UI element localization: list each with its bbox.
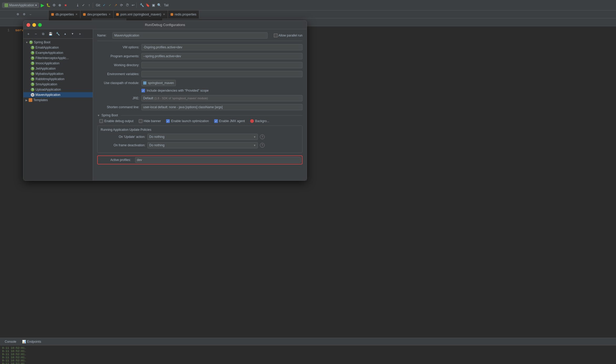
wrench-config-btn[interactable]: 🔧 (54, 30, 61, 37)
run-button[interactable]: ▶ (40, 3, 45, 8)
tree-email-app[interactable]: 🍃 EmailApplication (23, 45, 93, 50)
profile-button[interactable]: ⊕ (58, 3, 62, 8)
tree-imooc-app[interactable]: 🍃 ImoocApplication (23, 61, 93, 66)
on-update-arrow: ▼ (253, 136, 256, 138)
wrench-button[interactable]: 🔧 (140, 3, 144, 8)
tree-rabbitmq-app[interactable]: 🍃 RabbitmqApplication (23, 76, 93, 82)
jre-default-label: Default (143, 96, 153, 100)
tree-example-app[interactable]: 🍃 ExampleApplication (23, 50, 93, 55)
git-commit[interactable]: ✓ (81, 3, 86, 8)
more-config-btn[interactable]: » (76, 30, 83, 37)
example-app-label: ExampleApplication (35, 51, 63, 55)
tab-close-pom[interactable]: ✕ (163, 13, 165, 16)
jre-detail-label: (1.8 - SDK of 'springboot_maven' module) (154, 97, 208, 100)
jre-selector[interactable]: Default (1.8 - SDK of 'springboot_maven'… (141, 95, 302, 101)
copy-config-btn[interactable]: ⧉ (40, 30, 47, 37)
spring-boot-group-icon: 🍃 (29, 40, 33, 44)
vm-options-row: VM options: (97, 44, 302, 50)
env-vars-input[interactable] (141, 71, 302, 77)
enable-debug-checkbox[interactable] (99, 119, 103, 123)
imooc-app-icon: 🍃 (31, 61, 34, 65)
sidebar-settings[interactable]: ⚙ (16, 12, 20, 17)
on-update-help[interactable]: ? (260, 134, 265, 139)
dev-props-icon (83, 13, 86, 16)
hide-banner-checkbox[interactable] (139, 119, 142, 123)
stop-button[interactable]: ■ (63, 3, 68, 8)
remove-config-btn[interactable]: − (32, 30, 39, 37)
provided-scope-label: Include dependencies with "Provided" sco… (147, 89, 209, 92)
tree-maven-app[interactable]: M MavenApplication (23, 92, 93, 97)
git-label: Git: (96, 3, 101, 7)
templates-icon (29, 98, 32, 102)
program-args-input[interactable] (141, 53, 302, 59)
tab-db-properties[interactable]: db.properties ✕ (49, 11, 80, 18)
enable-jmx-checkbox[interactable] (214, 119, 218, 123)
git-icon5[interactable]: ⏱ (125, 3, 130, 8)
run-config-dropdown[interactable]: MavenApplication ▾ (2, 3, 39, 8)
sidebar-minimize[interactable]: − (28, 12, 33, 17)
up-config-btn[interactable]: ▲ (62, 30, 69, 37)
tree-filter-app[interactable]: 🍃 FilterInterceptorApplic... (23, 55, 93, 61)
tab-bar-row1: ⚙ ⚙ − db.properties ✕ dev.properties ✕ p… (0, 11, 308, 18)
git-icon1[interactable]: ✓ (102, 3, 106, 8)
dialog-maximize-btn[interactable] (38, 23, 42, 27)
debug-button[interactable]: 🐛 (46, 3, 51, 8)
name-input[interactable] (112, 32, 268, 39)
on-update-dropdown[interactable]: Do nothing ▼ (147, 134, 258, 140)
jre-row: JRE: Default (1.8 - SDK of 'springboot_m… (97, 95, 302, 101)
module-box[interactable]: springboot_maven (141, 80, 176, 86)
tree-sms-app[interactable]: 🍃 SmsApplication (23, 82, 93, 87)
git-push[interactable]: ↑ (87, 3, 92, 8)
mybatis-app-label: MybatissApplication (35, 72, 63, 76)
sidebar-gear[interactable]: ⚙ (22, 12, 27, 17)
tab-close-db[interactable]: ✕ (75, 13, 78, 16)
db-props-icon (51, 13, 54, 16)
policies-section: Running Application Update Policies On '… (97, 126, 302, 153)
spring-boot-section-header[interactable]: ▼ Spring Boot (97, 113, 302, 117)
dialog-right-panel: Name: Allow parallel run VM options: Pro… (93, 29, 307, 180)
on-deactivation-help[interactable]: ? (260, 143, 265, 148)
bookmark-button[interactable]: 🔖 (145, 3, 150, 8)
tab-dev-properties[interactable]: dev.properties ✕ (80, 11, 114, 18)
add-config-btn[interactable]: + (25, 30, 32, 37)
down-config-btn[interactable]: ▼ (69, 30, 76, 37)
tree-mybatis-app[interactable]: 🍃 MybatissApplication (23, 71, 93, 76)
save-config-btn[interactable]: 💾 (47, 30, 54, 37)
spring-boot-checkboxes: Enable debug output Hide banner Enable l… (97, 119, 302, 123)
tree-templates[interactable]: ▶ Templates (23, 97, 93, 103)
tree-upload-app[interactable]: 🍃 UploadApplication (23, 87, 93, 92)
allow-parallel-checkbox[interactable] (274, 34, 278, 37)
git-icon3[interactable]: ↗ (113, 3, 118, 8)
dialog-close-btn[interactable] (27, 23, 30, 27)
background-item: Backgro... (250, 119, 269, 123)
tree-spring-boot-group[interactable]: ▼ 🍃 Spring Boot (23, 40, 93, 45)
undo-button[interactable]: ↩ (131, 3, 135, 8)
rabbitmq-app-icon: 🍃 (31, 77, 34, 81)
tree-jwt-app[interactable]: 🍃 JwtApplication (23, 66, 93, 71)
config-tree: ▼ 🍃 Spring Boot 🍃 EmailApplication 🍃 Exa… (23, 39, 93, 180)
dropdown-arrow-icon: ▾ (35, 3, 37, 7)
on-deactivation-dropdown[interactable]: Do nothing ▼ (147, 142, 258, 148)
layout-button[interactable]: ▣ (151, 3, 156, 8)
git-icon4[interactable]: ⟳ (119, 3, 124, 8)
run-with-coverage[interactable]: ⚙ (52, 3, 57, 8)
tab-redis-properties[interactable]: redis.properties (168, 11, 199, 18)
maven-icon (4, 3, 8, 7)
active-profiles-input[interactable] (135, 157, 301, 163)
sms-app-icon: 🍃 (31, 82, 34, 86)
git-update[interactable]: ⤓ (75, 3, 80, 8)
search-button[interactable]: 🔍 (157, 3, 162, 8)
vm-options-input[interactable] (141, 44, 302, 50)
enable-debug-label: Enable debug output (104, 119, 134, 123)
working-dir-input[interactable] (141, 62, 302, 68)
provided-scope-checkbox[interactable] (141, 89, 145, 92)
tab-pom-xml[interactable]: pom.xml (springboot_maven) ✕ (114, 11, 168, 18)
rabbitmq-app-label: RabbitmqApplication (35, 77, 64, 81)
on-update-label: On 'Update' action: (101, 135, 145, 139)
git-icon2[interactable]: ✓ (107, 3, 112, 8)
dialog-minimize-btn[interactable] (32, 23, 36, 27)
name-label: Name: (97, 34, 110, 37)
shorten-cmd-selector[interactable]: user-local default: none - java [options… (141, 104, 302, 110)
enable-launch-checkbox[interactable] (166, 119, 170, 123)
tab-close-dev[interactable]: ✕ (109, 13, 111, 16)
